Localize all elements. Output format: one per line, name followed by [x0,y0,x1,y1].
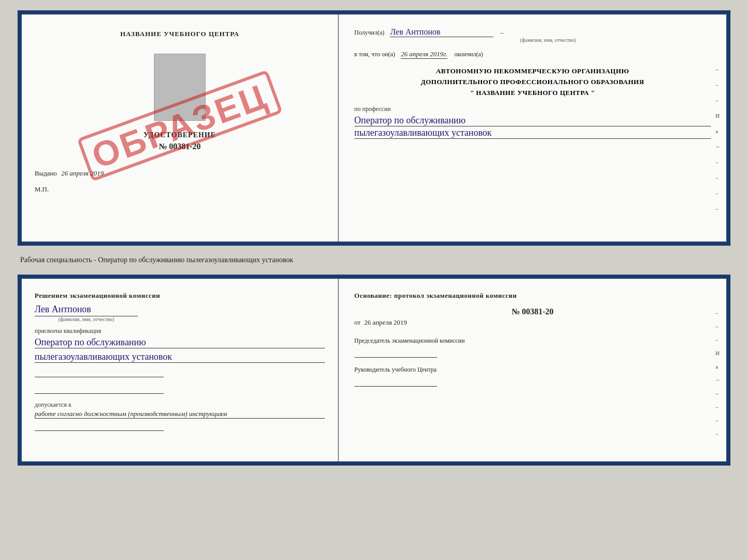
bmark5: а [715,363,721,370]
issued-date-value: 26 апреля 2019 [61,169,104,177]
bmark4: И [715,350,721,356]
protocol-date-value: 26 апреля 2019 [364,318,407,326]
mark5: а [715,128,721,134]
bmark8: – [715,404,721,410]
allows-label-text: допускается к [35,401,71,408]
mark3: – [715,97,721,103]
director-sig-line [354,376,437,387]
issued-date: Выдано 26 апреля 2019 [35,169,325,178]
mark9: – [715,190,721,196]
top-document: НАЗВАНИЕ УЧЕБНОГО ЦЕНТРА УДОСТОВЕРЕНИЕ №… [18,10,730,246]
bmark1: – [715,310,721,316]
bmark2: – [715,323,721,329]
signature-line-2 [35,383,164,394]
org-line1: АВТОНОМНУЮ НЕКОММЕРЧЕСКУЮ ОРГАНИЗАЦИЮ [354,66,711,77]
person-name: Лев Антпонов [35,304,91,314]
right-margin-marks-bottom: – – – И а ← – – – – [715,310,721,437]
profession-label: по профессии [354,105,711,113]
bmark9: – [715,417,721,423]
top-doc-left: НАЗВАНИЕ УЧЕБНОГО ЦЕНТРА УДОСТОВЕРЕНИЕ №… [22,14,339,242]
issued-label: Выдано [35,169,57,177]
mark10: – [715,205,721,212]
protocol-date: от 26 апреля 2019 [354,318,711,327]
bmark3: – [715,337,721,343]
fio-label: (фамилия, имя, отчество) [385,37,711,43]
mark7: – [715,159,721,165]
profession-line1: Оператор по обслуживанию [354,115,711,126]
person-name-block: Лев Антпонов [35,304,325,315]
photo-area [154,54,206,121]
top-doc-right: Получил(а) Лев Антпонов – (фамилия, имя,… [339,14,726,242]
protocol-number: № 00381-20 [354,307,711,316]
bmark7: – [715,390,721,396]
cert-type: УДОСТОВЕРЕНИЕ [144,131,216,139]
recipient-field: Получил(а) Лев Антпонов – (фамилия, имя,… [354,27,711,43]
fio-small-label: (фамилия, имя, отчество) [35,316,138,322]
basis-text: Основание: протокол экзаменационной коми… [354,292,711,300]
mark8: – [715,174,721,181]
cert-badge: УДОСТОВЕРЕНИЕ № 00381-20 [35,49,325,159]
top-doc-title: НАЗВАНИЕ УЧЕБНОГО ЦЕНТРА [35,30,325,38]
mark4: И [715,113,721,119]
mark2: – [715,82,721,88]
chairman-block: Председатель экзаменационной комиссии [354,336,711,358]
org-block: АВТОНОМНУЮ НЕКОММЕРЧЕСКУЮ ОРГАНИЗАЦИЮ ДО… [354,66,711,98]
org-line3: " НАЗВАНИЕ УЧЕБНОГО ЦЕНТРА " [354,88,711,99]
qualification-line1: Оператор по обслуживанию [35,337,325,348]
protocol-date-prefix: от [354,318,361,326]
caption-between: Рабочая специальность - Оператор по обсл… [18,255,730,265]
mp-label: М.П. [35,185,325,194]
completed-label: окончил(а) [455,51,483,58]
chairman-label: Председатель экзаменационной комиссии [354,336,711,345]
qualification-line2: пылегазоулавливающих установок [35,351,325,363]
org-line2: ДОПОЛНИТЕЛЬНОГО ПРОФЕССИОНАЛЬНОГО ОБРАЗО… [354,77,711,88]
right-margin-marks: – – – И а ← – – – – [715,66,721,212]
director-label: Руководитель учебного Центра [354,365,711,374]
mark6: ← [715,143,721,150]
bmark10: – [715,430,721,437]
signature-line-1 [35,367,164,377]
signature-line-3 [35,421,164,431]
allows-label: допускается к работе согласно должностны… [35,401,325,419]
cert-number: № 00381-20 [144,142,216,151]
profession-block: по профессии Оператор по обслуживанию пы… [354,105,711,139]
bottom-document: Решением экзаменационной комиссии Лев Ан… [18,275,730,466]
completion-date: 26 апреля 2019г. [401,50,447,59]
completion-field: в том, что он(а) 26 апреля 2019г. окончи… [354,50,711,59]
chairman-sig-line [354,347,437,358]
recipient-name: Лев Антпонов [390,27,493,37]
in-that-label: в том, что он(а) [354,51,395,58]
profession-line2: пылегазоулавливающих установок [354,127,711,139]
qualification-label: присвоена квалификация [35,327,325,335]
director-block: Руководитель учебного Центра [354,365,711,387]
received-label: Получил(а) [354,29,384,36]
allows-value: работе согласно должностным (производств… [35,410,325,419]
decision-title: Решением экзаменационной комиссии [35,292,325,300]
bottom-doc-right: Основание: протокол экзаменационной коми… [339,279,726,461]
bottom-doc-left: Решением экзаменационной комиссии Лев Ан… [22,279,339,461]
mark1: – [715,66,721,72]
bmark6: ← [715,377,721,383]
